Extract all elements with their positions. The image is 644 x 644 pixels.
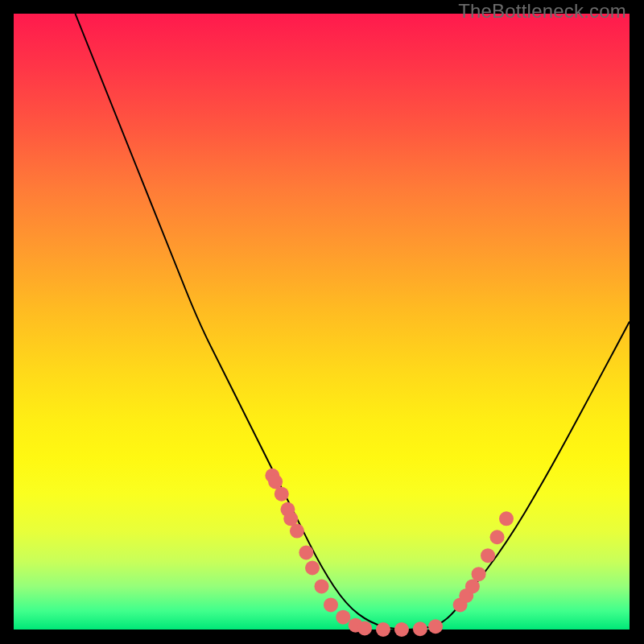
watermark-text: TheBottleneck.com — [458, 0, 626, 23]
curve-marker — [413, 621, 427, 636]
curve-marker — [376, 622, 390, 637]
curve-marker — [324, 597, 338, 612]
curve-marker — [394, 622, 409, 637]
curve-marker — [315, 579, 329, 593]
plot-area — [14, 14, 630, 630]
curve-marker — [481, 548, 495, 563]
curve-marker — [428, 619, 443, 634]
curve-marker — [305, 561, 320, 576]
chart-svg — [14, 14, 630, 630]
chart-stage: TheBottleneck.com — [0, 0, 644, 644]
curve-marker — [290, 524, 304, 539]
curve-marker — [499, 511, 514, 526]
curve-marker — [283, 511, 298, 526]
curve-layer — [76, 14, 630, 630]
curve-marker — [299, 545, 313, 559]
curve-marker — [465, 579, 480, 593]
curve-marker — [490, 530, 505, 544]
curve-marker — [357, 621, 372, 635]
marker-layer — [265, 469, 514, 637]
curve-marker — [336, 610, 350, 625]
curve-marker — [275, 487, 289, 502]
curve-marker — [472, 567, 486, 581]
curve-marker — [268, 474, 283, 489]
bottleneck-curve — [76, 14, 630, 630]
